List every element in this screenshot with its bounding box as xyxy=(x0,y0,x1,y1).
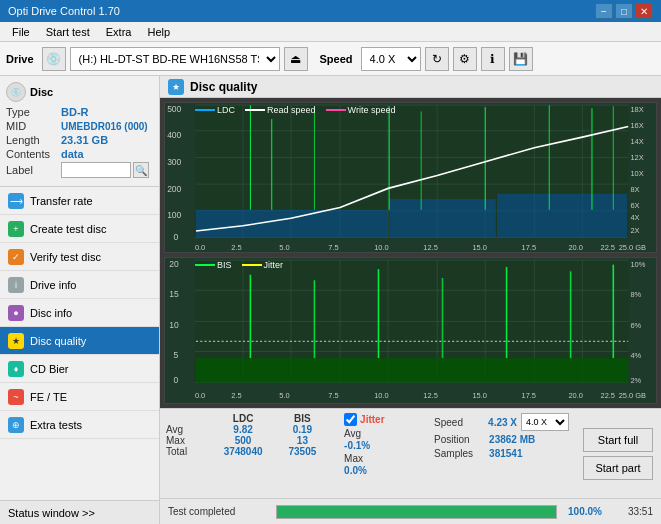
avg-label: Avg xyxy=(166,424,213,435)
svg-text:16X: 16X xyxy=(630,121,643,130)
disc-length-value: 23.31 GB xyxy=(61,134,108,146)
disc-label-button[interactable]: 🔍 xyxy=(133,162,149,178)
svg-rect-17 xyxy=(497,194,627,238)
ldc-label: LDC xyxy=(217,105,235,115)
info-button[interactable]: ℹ xyxy=(481,47,505,71)
drive-select[interactable]: (H:) HL-DT-ST BD-RE WH16NS58 TST4 xyxy=(70,47,280,71)
disc-type-label: Type xyxy=(6,106,61,118)
window-controls: − □ ✕ xyxy=(595,3,653,19)
quality-header: ★ Disc quality xyxy=(160,76,661,98)
read-speed-color xyxy=(245,109,265,111)
menu-start-test[interactable]: Start test xyxy=(38,24,98,40)
svg-text:18X: 18X xyxy=(630,105,643,114)
progress-area: Test completed 100.0% 33:51 xyxy=(160,498,661,524)
sidebar-item-drive-info[interactable]: i Drive info xyxy=(0,271,159,299)
sidebar-item-extra-tests[interactable]: ⊕ Extra tests xyxy=(0,411,159,439)
read-speed-legend: Read speed xyxy=(245,105,316,115)
svg-text:6X: 6X xyxy=(630,201,639,210)
progress-bar-container xyxy=(276,505,557,519)
svg-text:14X: 14X xyxy=(630,137,643,146)
refresh-button[interactable]: ↻ xyxy=(425,47,449,71)
max-ldc: 500 xyxy=(213,435,272,446)
svg-text:2.5: 2.5 xyxy=(231,243,241,252)
jitter-max-label: Max xyxy=(344,453,422,464)
svg-text:10X: 10X xyxy=(630,169,643,178)
write-speed-label: Write speed xyxy=(348,105,396,115)
jitter-section: Jitter Avg -0.1% Max 0.0% xyxy=(338,409,428,498)
disc-rows: Type BD-R MID UMEBDR016 (000) Length 23.… xyxy=(6,106,153,178)
read-speed-label: Read speed xyxy=(267,105,316,115)
stats-table: LDC BIS Avg 9.82 0.19 Max xyxy=(160,409,338,498)
sidebar-item-transfer-rate[interactable]: ⟶ Transfer rate xyxy=(0,187,159,215)
jitter-avg-value: -0.1% xyxy=(344,440,422,451)
svg-text:12.5: 12.5 xyxy=(423,391,438,400)
sidebar-item-verify-test-disc[interactable]: ✓ Verify test disc xyxy=(0,243,159,271)
bis-legend: BIS xyxy=(195,260,232,270)
sidebar-item-disc-info[interactable]: ● Disc info xyxy=(0,299,159,327)
svg-text:2X: 2X xyxy=(630,226,639,235)
eject-button[interactable]: ⏏ xyxy=(284,47,308,71)
disc-mid-value: UMEBDR016 (000) xyxy=(61,121,148,132)
maximize-button[interactable]: □ xyxy=(615,3,633,19)
svg-text:100: 100 xyxy=(167,210,181,220)
settings-button[interactable]: ⚙ xyxy=(453,47,477,71)
menu-bar: File Start test Extra Help xyxy=(0,22,661,42)
samples-value: 381541 xyxy=(489,448,522,459)
svg-text:5: 5 xyxy=(174,350,179,360)
speed-row: Speed 4.23 X 4.0 X xyxy=(434,413,569,431)
avg-bis: 0.19 xyxy=(273,424,332,435)
svg-text:0.0: 0.0 xyxy=(195,391,205,400)
chart2-container: BIS Jitter xyxy=(164,257,657,404)
svg-text:10.0: 10.0 xyxy=(374,243,389,252)
menu-help[interactable]: Help xyxy=(139,24,178,40)
svg-text:10%: 10% xyxy=(630,260,645,269)
chart1-container: LDC Read speed Write speed xyxy=(164,102,657,253)
disc-icon: 💿 xyxy=(6,82,26,102)
drive-icon: 💿 xyxy=(42,47,66,71)
disc-mid-row: MID UMEBDR016 (000) xyxy=(6,120,153,132)
speed-value-stat: 4.23 X xyxy=(488,417,517,428)
start-full-button[interactable]: Start full xyxy=(583,428,653,452)
start-part-button[interactable]: Start part xyxy=(583,456,653,480)
avg-row: Avg 9.82 0.19 xyxy=(166,424,332,435)
menu-file[interactable]: File xyxy=(4,24,38,40)
speed-select[interactable]: 1.0 X2.0 X4.0 X8.0 XMax xyxy=(361,47,421,71)
chart2-legend: BIS Jitter xyxy=(195,260,283,270)
sidebar-item-create-test-disc[interactable]: + Create test disc xyxy=(0,215,159,243)
svg-rect-16 xyxy=(389,199,496,237)
speed-info-section: Speed 4.23 X 4.0 X Position 23862 MB Sam… xyxy=(428,409,575,498)
svg-text:0.0: 0.0 xyxy=(195,243,205,252)
sidebar-item-fe-te[interactable]: ~ FE / TE xyxy=(0,383,159,411)
svg-text:20.0: 20.0 xyxy=(568,391,583,400)
svg-text:22.5: 22.5 xyxy=(600,243,615,252)
avg-ldc: 9.82 xyxy=(213,424,272,435)
speed-select-stat[interactable]: 4.0 X xyxy=(521,413,569,431)
disc-type-row: Type BD-R xyxy=(6,106,153,118)
disc-label-row: Label 🔍 xyxy=(6,162,153,178)
status-window-button[interactable]: Status window >> xyxy=(0,500,159,524)
bis-header: BIS xyxy=(273,413,332,424)
disc-info-label: Disc info xyxy=(30,307,72,319)
ldc-legend: LDC xyxy=(195,105,235,115)
svg-text:4%: 4% xyxy=(630,351,641,360)
minimize-button[interactable]: − xyxy=(595,3,613,19)
main-layout: 💿 Disc Type BD-R MID UMEBDR016 (000) Len… xyxy=(0,76,661,524)
progress-bar-fill xyxy=(277,506,556,518)
jitter-legend: Jitter xyxy=(242,260,284,270)
jitter-checkbox[interactable] xyxy=(344,413,357,426)
verify-test-disc-icon: ✓ xyxy=(8,249,24,265)
extra-tests-label: Extra tests xyxy=(30,419,82,431)
svg-text:25.0 GB: 25.0 GB xyxy=(619,243,646,252)
verify-test-disc-label: Verify test disc xyxy=(30,251,101,263)
svg-text:7.5: 7.5 xyxy=(328,391,338,400)
sidebar-item-disc-quality[interactable]: ★ Disc quality xyxy=(0,327,159,355)
close-button[interactable]: ✕ xyxy=(635,3,653,19)
quality-title: Disc quality xyxy=(190,80,257,94)
disc-label-input[interactable] xyxy=(61,162,131,178)
extra-tests-icon: ⊕ xyxy=(8,417,24,433)
svg-rect-15 xyxy=(196,210,388,238)
sidebar-item-cd-bier[interactable]: ♦ CD Bier xyxy=(0,355,159,383)
save-button[interactable]: 💾 xyxy=(509,47,533,71)
menu-extra[interactable]: Extra xyxy=(98,24,140,40)
elapsed-time: 33:51 xyxy=(613,506,653,517)
